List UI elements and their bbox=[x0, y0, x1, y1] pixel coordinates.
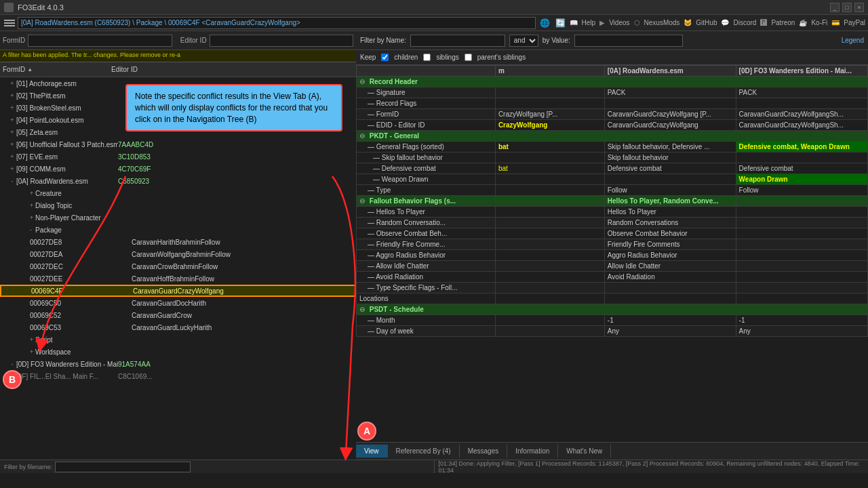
record-header-section: ⊖ Record Header bbox=[357, 77, 868, 87]
tree-row[interactable]: 00069C53 CaravanGuardLuckyHarith bbox=[0, 321, 356, 333]
globe-icon[interactable]: 🌐 bbox=[540, 18, 550, 28]
selected-tree-row[interactable]: 00069C4F CaravanGuardCrazyWolfgang bbox=[0, 285, 356, 297]
maximize-button[interactable]: □ bbox=[842, 3, 852, 12]
formid-input[interactable] bbox=[28, 35, 172, 47]
keep-label: Keep bbox=[360, 54, 376, 61]
table-row: — EDID - Editor ID CrazyWolfgang Caravan… bbox=[357, 120, 868, 131]
table-row: — FormID CrazyWolfgang [P... CaravanGuar… bbox=[357, 109, 868, 120]
expander-icon[interactable]: + bbox=[14, 190, 30, 197]
value-input[interactable] bbox=[574, 35, 683, 47]
app-title: FO3Edit 4.0.3 bbox=[18, 3, 64, 12]
expander-icon[interactable]: + bbox=[8, 141, 16, 148]
nexusmods-link[interactable]: NexusMods bbox=[644, 19, 680, 26]
expander-icon[interactable]: + bbox=[8, 153, 16, 160]
expander-icon[interactable]: + bbox=[14, 202, 30, 209]
tree-row[interactable]: 00027DE8 CaravanHarithBrahminFollow bbox=[0, 236, 356, 248]
expander-icon[interactable]: - bbox=[8, 361, 16, 367]
filter-filename-input[interactable] bbox=[55, 462, 191, 472]
badge-b: B bbox=[3, 370, 22, 389]
table-row: — Weapon Drawn Weapon Drawn bbox=[357, 174, 868, 185]
close-button[interactable]: × bbox=[854, 3, 864, 12]
filter-filename-label: Filter by filename: bbox=[4, 464, 52, 470]
tree-row[interactable]: 00027DEC CaravanCrowBrahminFollow bbox=[0, 260, 356, 272]
and-select[interactable]: and or not bbox=[509, 35, 538, 47]
tree-row[interactable]: + Script bbox=[0, 333, 356, 346]
refresh-icon[interactable]: 🔄 bbox=[555, 18, 566, 28]
minimize-button[interactable]: _ bbox=[830, 3, 840, 12]
tree-row[interactable]: + [07] EVE.esm 3C10D853 bbox=[0, 150, 356, 163]
titlebar: FO3Edit 4.0.3 _ □ × bbox=[0, 0, 868, 15]
table-row: — Allow Idle Chatter Allow Idle Chatter bbox=[357, 261, 868, 272]
table-row: — Observe Combat Beh... Observe Combat B… bbox=[357, 228, 868, 239]
filter-row: Filter by Name: and or not by Value: Leg… bbox=[356, 31, 868, 50]
siblings-label: siblings bbox=[436, 54, 458, 61]
expander-icon[interactable]: + bbox=[14, 348, 30, 355]
parent-siblings-checkbox[interactable] bbox=[465, 54, 472, 61]
videos-link[interactable]: Videos bbox=[609, 19, 629, 26]
tree-row[interactable]: - Package bbox=[0, 224, 356, 236]
table-row: Locations bbox=[357, 293, 868, 304]
tab-information[interactable]: Information bbox=[507, 445, 558, 458]
tree-row[interactable]: 00069C52 CaravanGuardCrow bbox=[0, 309, 356, 321]
tree-header: FormID ▲ Editor ID bbox=[0, 62, 356, 77]
record-header-label: Record Header bbox=[370, 78, 418, 85]
expander-icon[interactable]: - bbox=[14, 226, 30, 233]
table-row: — Record Flags bbox=[357, 98, 868, 109]
table-row: — Month -1 -1 bbox=[357, 315, 868, 326]
expander-icon[interactable]: + bbox=[8, 104, 16, 111]
filter-message: A filter has been applied. The tr... cha… bbox=[0, 50, 356, 62]
editorid-input[interactable] bbox=[210, 35, 353, 47]
patreon-link[interactable]: Patreon bbox=[771, 19, 795, 26]
formid-column-header[interactable]: FormID ▲ bbox=[3, 66, 111, 73]
tree-row[interactable]: 00027DEE CaravanHoffBrahminFollow bbox=[0, 272, 356, 285]
filter-name-input[interactable] bbox=[410, 35, 505, 47]
bottom-row: Filter by filename: [01:34] Done: Applyi… bbox=[0, 460, 868, 473]
expander-icon[interactable]: + bbox=[8, 80, 16, 87]
value-label: by Value: bbox=[542, 37, 570, 44]
expander-icon[interactable]: + bbox=[8, 92, 16, 99]
table-header-row: m [0A] RoadWardens.esm [0D] FO3 Wanderer… bbox=[357, 66, 868, 77]
right-panel: Filter by Name: and or not by Value: Leg… bbox=[356, 31, 868, 460]
tree-row[interactable]: + Dialog Topic bbox=[0, 199, 356, 211]
discord-link[interactable]: Discord bbox=[733, 19, 756, 26]
data-table-container[interactable]: m [0A] RoadWardens.esm [0D] FO3 Wanderer… bbox=[356, 65, 868, 442]
siblings-checkbox[interactable] bbox=[423, 54, 431, 61]
menu-button[interactable] bbox=[3, 16, 16, 30]
children-checkbox[interactable] bbox=[381, 54, 389, 61]
legend-button[interactable]: Legend bbox=[842, 37, 864, 44]
table-row: — General Flags (sorted) bat Skip fallou… bbox=[357, 142, 868, 152]
tree-row[interactable]: + [06] Unofficial Fallout 3 Patch.esm 7A… bbox=[0, 138, 356, 150]
tree-row[interactable]: - [0D] FO3 Wanderers Edition - Main File… bbox=[0, 358, 356, 370]
filter-name-label: Filter by Name: bbox=[360, 37, 406, 44]
github-link[interactable]: GitHub bbox=[696, 19, 717, 26]
table-row: — Day of week Any Any bbox=[357, 326, 868, 337]
tree-row[interactable]: + Worldspace bbox=[0, 346, 356, 358]
expander-icon[interactable]: + bbox=[8, 117, 16, 123]
expander-icon[interactable]: + bbox=[14, 214, 30, 221]
kofi-link[interactable]: Ko-Fi bbox=[811, 19, 827, 26]
tree-row[interactable]: + Creature bbox=[0, 187, 356, 199]
paypal-link[interactable]: PayPal bbox=[844, 19, 865, 26]
help-link[interactable]: Help bbox=[582, 19, 596, 26]
table-row: — Type Specific Flags - Foll... bbox=[357, 283, 868, 293]
tab-messages[interactable]: Messages bbox=[460, 445, 508, 458]
tree-row[interactable]: - [0F] FIL...El Sha... Main F... C8C1069… bbox=[0, 370, 356, 382]
expander-icon[interactable]: - bbox=[8, 178, 16, 184]
expander-icon[interactable]: + bbox=[8, 165, 16, 172]
expander-icon[interactable]: + bbox=[8, 129, 16, 136]
tree-row[interactable]: + [09] COMM.esm 4C70C69F bbox=[0, 163, 356, 175]
formid-label: FormID bbox=[3, 37, 25, 44]
editorid-column-header: Editor ID bbox=[111, 66, 353, 73]
tree-row[interactable]: + Non-Player Character bbox=[0, 211, 356, 224]
tree-row[interactable]: - [0A] RoadWardens.esm C6850923 bbox=[0, 175, 356, 187]
tree-row[interactable]: 00069C50 CaravanGuardDocHarith bbox=[0, 297, 356, 309]
table-row: — Aggro Radius Behavior Aggro Radius Beh… bbox=[357, 250, 868, 261]
table-row: — Defensive combat bat Defensive combat … bbox=[357, 163, 868, 174]
expander-icon[interactable]: + bbox=[14, 336, 30, 343]
tab-whats-new[interactable]: What's New bbox=[558, 445, 611, 458]
path-bar: [0A] RoadWardens.esm (C6850923) \ Packag… bbox=[18, 17, 536, 29]
tab-view[interactable]: View bbox=[356, 445, 388, 458]
tab-referenced-by[interactable]: Referenced By (4) bbox=[388, 445, 460, 458]
tree-row[interactable]: 00027DEA CaravanWolfgangBrahminFollow bbox=[0, 248, 356, 260]
keep-row: Keep children siblings parent's siblings bbox=[356, 50, 868, 65]
